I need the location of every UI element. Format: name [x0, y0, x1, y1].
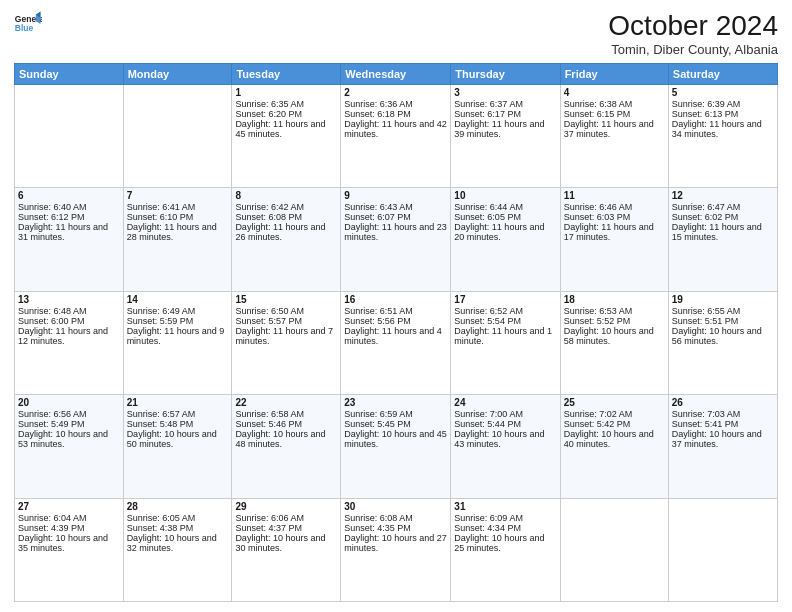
daylight-text: Daylight: 10 hours and 32 minutes. [127, 533, 229, 553]
day-cell: 8Sunrise: 6:42 AMSunset: 6:08 PMDaylight… [232, 188, 341, 291]
col-wednesday: Wednesday [341, 64, 451, 85]
daylight-text: Daylight: 11 hours and 7 minutes. [235, 326, 337, 346]
daylight-text: Daylight: 10 hours and 45 minutes. [344, 429, 447, 449]
day-number: 4 [564, 87, 665, 98]
col-tuesday: Tuesday [232, 64, 341, 85]
logo-icon: General Blue [14, 10, 42, 38]
sunrise-text: Sunrise: 6:40 AM [18, 202, 120, 212]
day-number: 31 [454, 501, 556, 512]
daylight-text: Daylight: 10 hours and 27 minutes. [344, 533, 447, 553]
week-row-0: 1Sunrise: 6:35 AMSunset: 6:20 PMDaylight… [15, 85, 778, 188]
day-cell [560, 498, 668, 601]
day-number: 29 [235, 501, 337, 512]
daylight-text: Daylight: 11 hours and 23 minutes. [344, 222, 447, 242]
day-number: 14 [127, 294, 229, 305]
sunrise-text: Sunrise: 6:50 AM [235, 306, 337, 316]
sunset-text: Sunset: 4:39 PM [18, 523, 120, 533]
sunset-text: Sunset: 5:57 PM [235, 316, 337, 326]
sunrise-text: Sunrise: 6:04 AM [18, 513, 120, 523]
day-cell: 28Sunrise: 6:05 AMSunset: 4:38 PMDayligh… [123, 498, 232, 601]
daylight-text: Daylight: 11 hours and 12 minutes. [18, 326, 120, 346]
day-number: 9 [344, 190, 447, 201]
sunset-text: Sunset: 4:37 PM [235, 523, 337, 533]
daylight-text: Daylight: 11 hours and 20 minutes. [454, 222, 556, 242]
daylight-text: Daylight: 10 hours and 43 minutes. [454, 429, 556, 449]
sunrise-text: Sunrise: 6:59 AM [344, 409, 447, 419]
sunrise-text: Sunrise: 6:08 AM [344, 513, 447, 523]
day-number: 25 [564, 397, 665, 408]
day-cell: 10Sunrise: 6:44 AMSunset: 6:05 PMDayligh… [451, 188, 560, 291]
week-row-2: 13Sunrise: 6:48 AMSunset: 6:00 PMDayligh… [15, 291, 778, 394]
daylight-text: Daylight: 10 hours and 48 minutes. [235, 429, 337, 449]
sunrise-text: Sunrise: 6:47 AM [672, 202, 774, 212]
day-cell: 16Sunrise: 6:51 AMSunset: 5:56 PMDayligh… [341, 291, 451, 394]
sunrise-text: Sunrise: 6:37 AM [454, 99, 556, 109]
day-cell: 13Sunrise: 6:48 AMSunset: 6:00 PMDayligh… [15, 291, 124, 394]
day-cell: 31Sunrise: 6:09 AMSunset: 4:34 PMDayligh… [451, 498, 560, 601]
day-number: 11 [564, 190, 665, 201]
day-cell: 26Sunrise: 7:03 AMSunset: 5:41 PMDayligh… [668, 395, 777, 498]
day-cell: 22Sunrise: 6:58 AMSunset: 5:46 PMDayligh… [232, 395, 341, 498]
sunrise-text: Sunrise: 6:35 AM [235, 99, 337, 109]
sunset-text: Sunset: 6:17 PM [454, 109, 556, 119]
sunset-text: Sunset: 6:08 PM [235, 212, 337, 222]
day-number: 19 [672, 294, 774, 305]
day-cell: 3Sunrise: 6:37 AMSunset: 6:17 PMDaylight… [451, 85, 560, 188]
daylight-text: Daylight: 11 hours and 42 minutes. [344, 119, 447, 139]
day-cell: 18Sunrise: 6:53 AMSunset: 5:52 PMDayligh… [560, 291, 668, 394]
daylight-text: Daylight: 10 hours and 30 minutes. [235, 533, 337, 553]
day-number: 5 [672, 87, 774, 98]
sunrise-text: Sunrise: 7:02 AM [564, 409, 665, 419]
daylight-text: Daylight: 10 hours and 40 minutes. [564, 429, 665, 449]
day-number: 6 [18, 190, 120, 201]
daylight-text: Daylight: 11 hours and 1 minute. [454, 326, 556, 346]
day-number: 22 [235, 397, 337, 408]
sunset-text: Sunset: 5:41 PM [672, 419, 774, 429]
sunset-text: Sunset: 5:42 PM [564, 419, 665, 429]
sunset-text: Sunset: 6:02 PM [672, 212, 774, 222]
day-cell: 12Sunrise: 6:47 AMSunset: 6:02 PMDayligh… [668, 188, 777, 291]
day-cell: 25Sunrise: 7:02 AMSunset: 5:42 PMDayligh… [560, 395, 668, 498]
sunrise-text: Sunrise: 7:00 AM [454, 409, 556, 419]
day-cell [668, 498, 777, 601]
col-monday: Monday [123, 64, 232, 85]
day-cell: 30Sunrise: 6:08 AMSunset: 4:35 PMDayligh… [341, 498, 451, 601]
day-cell: 4Sunrise: 6:38 AMSunset: 6:15 PMDaylight… [560, 85, 668, 188]
calendar-table: Sunday Monday Tuesday Wednesday Thursday… [14, 63, 778, 602]
day-number: 23 [344, 397, 447, 408]
daylight-text: Daylight: 11 hours and 26 minutes. [235, 222, 337, 242]
sunrise-text: Sunrise: 6:42 AM [235, 202, 337, 212]
sunrise-text: Sunrise: 6:49 AM [127, 306, 229, 316]
sunset-text: Sunset: 6:05 PM [454, 212, 556, 222]
day-cell [15, 85, 124, 188]
week-row-4: 27Sunrise: 6:04 AMSunset: 4:39 PMDayligh… [15, 498, 778, 601]
sunset-text: Sunset: 4:34 PM [454, 523, 556, 533]
sunrise-text: Sunrise: 6:55 AM [672, 306, 774, 316]
location-title: Tomin, Diber County, Albania [608, 42, 778, 57]
sunrise-text: Sunrise: 6:05 AM [127, 513, 229, 523]
sunrise-text: Sunrise: 6:46 AM [564, 202, 665, 212]
day-cell: 17Sunrise: 6:52 AMSunset: 5:54 PMDayligh… [451, 291, 560, 394]
sunset-text: Sunset: 5:59 PM [127, 316, 229, 326]
col-friday: Friday [560, 64, 668, 85]
daylight-text: Daylight: 11 hours and 4 minutes. [344, 326, 447, 346]
day-cell: 29Sunrise: 6:06 AMSunset: 4:37 PMDayligh… [232, 498, 341, 601]
day-cell: 9Sunrise: 6:43 AMSunset: 6:07 PMDaylight… [341, 188, 451, 291]
daylight-text: Daylight: 11 hours and 9 minutes. [127, 326, 229, 346]
day-number: 17 [454, 294, 556, 305]
daylight-text: Daylight: 10 hours and 58 minutes. [564, 326, 665, 346]
sunset-text: Sunset: 5:56 PM [344, 316, 447, 326]
sunset-text: Sunset: 6:07 PM [344, 212, 447, 222]
daylight-text: Daylight: 11 hours and 37 minutes. [564, 119, 665, 139]
daylight-text: Daylight: 11 hours and 28 minutes. [127, 222, 229, 242]
day-number: 27 [18, 501, 120, 512]
day-number: 2 [344, 87, 447, 98]
sunrise-text: Sunrise: 6:51 AM [344, 306, 447, 316]
day-cell: 7Sunrise: 6:41 AMSunset: 6:10 PMDaylight… [123, 188, 232, 291]
sunrise-text: Sunrise: 7:03 AM [672, 409, 774, 419]
day-number: 15 [235, 294, 337, 305]
sunset-text: Sunset: 6:12 PM [18, 212, 120, 222]
sunset-text: Sunset: 5:49 PM [18, 419, 120, 429]
daylight-text: Daylight: 11 hours and 15 minutes. [672, 222, 774, 242]
daylight-text: Daylight: 11 hours and 34 minutes. [672, 119, 774, 139]
